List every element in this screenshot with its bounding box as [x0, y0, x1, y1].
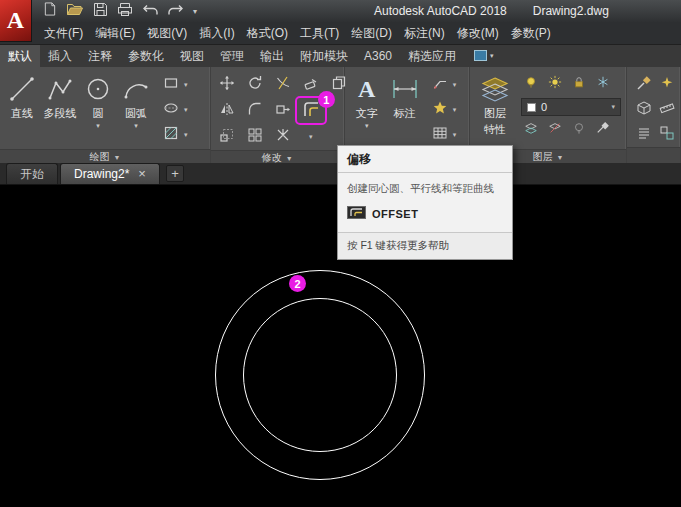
- start-tab[interactable]: 开始: [6, 163, 58, 184]
- lock-icon: [572, 75, 586, 94]
- chevron-down-icon: ▾: [193, 7, 197, 16]
- group-tool-button[interactable]: [657, 125, 677, 145]
- layer-on-button[interactable]: [521, 74, 541, 94]
- modify-panel-content: 1 ▾: [211, 67, 344, 150]
- layers-panel-content: 图层 特性 0 ▾: [470, 67, 626, 149]
- annotation-star-button[interactable]: [430, 100, 450, 120]
- open-file-button[interactable]: [65, 2, 85, 20]
- tab-featured-apps[interactable]: 精选应用: [400, 45, 464, 67]
- chevron-down-icon[interactable]: ▾: [453, 106, 457, 114]
- application-menu-button[interactable]: A: [0, 0, 32, 42]
- tab-output[interactable]: 输出: [252, 45, 292, 67]
- polyline-tool-button[interactable]: 多段线: [41, 69, 79, 147]
- table-tool-button[interactable]: [430, 125, 450, 145]
- undo-button[interactable]: [140, 2, 160, 20]
- step-badge-2: 2: [289, 275, 306, 292]
- annotation-panel-content: A 文字 ▾ 标注 ▾ ▾: [345, 67, 469, 149]
- match-properties-button[interactable]: [634, 75, 654, 95]
- ribbon-display-options-button[interactable]: ▾: [469, 45, 499, 67]
- chevron-down-icon[interactable]: ▾: [453, 81, 457, 89]
- tab-a360[interactable]: A360: [356, 45, 400, 67]
- menu-bar: 文件(F) 编辑(E) 视图(V) 插入(I) 格式(O) 工具(T) 绘图(D…: [0, 22, 681, 45]
- tab-addins[interactable]: 附加模块: [292, 45, 356, 67]
- draw-panel-footer-label: 绘图: [89, 150, 109, 164]
- new-drawing-tab-button[interactable]: +: [166, 165, 184, 182]
- menu-dimension[interactable]: 标注(N): [398, 22, 451, 45]
- layer-isolate-button[interactable]: [521, 120, 541, 140]
- menu-insert[interactable]: 插入(I): [193, 22, 240, 45]
- menu-view[interactable]: 视图(V): [141, 22, 193, 45]
- move-tool-button[interactable]: [214, 73, 240, 96]
- rectangle-tool-button[interactable]: [161, 75, 181, 95]
- save-button[interactable]: [90, 2, 110, 20]
- annotative-scale-button[interactable]: [657, 75, 677, 95]
- tab-view[interactable]: 视图: [172, 45, 212, 67]
- layer-freeze-vp-button[interactable]: [593, 74, 613, 94]
- layer-match-icon: [596, 121, 610, 139]
- leader-tool-button[interactable]: [430, 75, 450, 95]
- tab-manage[interactable]: 管理: [212, 45, 252, 67]
- layer-off-button[interactable]: [569, 120, 589, 140]
- fillet-tool-button[interactable]: [242, 99, 268, 122]
- qat-dropdown-button[interactable]: ▾: [190, 2, 200, 20]
- offset-tool-button[interactable]: 1: [298, 99, 324, 122]
- chevron-down-icon[interactable]: ▾: [453, 131, 457, 139]
- menu-tools[interactable]: 工具(T): [294, 22, 345, 45]
- list-tool-button[interactable]: [634, 125, 654, 145]
- scale-tool-button[interactable]: [214, 125, 240, 148]
- polyline-tool-label: 多段线: [44, 107, 77, 120]
- arc-tool-button[interactable]: 圆弧 ▾: [117, 69, 155, 147]
- plot-button[interactable]: [115, 2, 135, 20]
- draw-extra-tools: ▾ ▾ ▾: [161, 75, 188, 145]
- explode-tool-button[interactable]: [270, 125, 296, 148]
- layer-match-button[interactable]: [593, 120, 613, 140]
- tab-parametric[interactable]: 参数化: [120, 45, 172, 67]
- redo-button[interactable]: [165, 2, 185, 20]
- bulb-off-icon: [572, 121, 586, 140]
- properties-panel: [627, 67, 681, 163]
- layer-lock-button[interactable]: [569, 74, 589, 94]
- inner-circle[interactable]: [243, 298, 397, 452]
- hatch-tool-button[interactable]: [161, 125, 181, 145]
- ellipse-tool-button[interactable]: [161, 100, 181, 120]
- trim-tool-button[interactable]: [270, 73, 296, 96]
- layer-properties-button[interactable]: 图层 特性: [473, 69, 517, 147]
- chevron-down-icon[interactable]: ▾: [184, 81, 188, 89]
- close-tab-icon[interactable]: ×: [138, 169, 146, 179]
- tab-annotate[interactable]: 注释: [80, 45, 120, 67]
- tab-insert[interactable]: 插入: [40, 45, 80, 67]
- properties-panel-footer[interactable]: [627, 147, 680, 163]
- circle-tool-button[interactable]: 圆 ▾: [79, 69, 117, 147]
- block-tool-button[interactable]: [634, 100, 654, 120]
- rotate-tool-button[interactable]: [242, 73, 268, 96]
- menu-parametric[interactable]: 参数(P): [505, 22, 557, 45]
- stretch-tool-button[interactable]: [270, 99, 296, 122]
- new-file-button[interactable]: [40, 2, 60, 20]
- chevron-down-icon[interactable]: ▾: [184, 106, 188, 114]
- draw-panel-footer[interactable]: 绘图 ▼: [0, 149, 210, 164]
- menu-modify[interactable]: 修改(M): [451, 22, 505, 45]
- tab-default[interactable]: 默认: [0, 45, 40, 67]
- chevron-down-icon: ▾: [309, 133, 313, 141]
- panel-box-icon: [474, 47, 487, 65]
- measure-tool-button[interactable]: [657, 100, 677, 120]
- layer-properties-label-1: 图层: [484, 107, 506, 120]
- chevron-down-icon[interactable]: ▾: [184, 131, 188, 139]
- line-tool-button[interactable]: 直线: [3, 69, 41, 147]
- document-title: Drawing2.dwg: [533, 4, 609, 18]
- menu-draw[interactable]: 绘图(D): [345, 22, 398, 45]
- menu-edit[interactable]: 编辑(E): [89, 22, 141, 45]
- menu-file[interactable]: 文件(F): [38, 22, 89, 45]
- arc-tool-label: 圆弧: [125, 107, 147, 120]
- layer-freeze-button[interactable]: [545, 74, 565, 94]
- dimension-tool-button[interactable]: 标注: [386, 69, 424, 147]
- mirror-tool-button[interactable]: [214, 99, 240, 122]
- drawing2-tab[interactable]: Drawing2* ×: [60, 163, 160, 184]
- modify-more-button[interactable]: ▾: [298, 125, 324, 148]
- array-tool-button[interactable]: [242, 125, 268, 148]
- text-icon: A: [358, 74, 375, 104]
- text-tool-button[interactable]: A 文字 ▾: [348, 69, 386, 147]
- menu-format[interactable]: 格式(O): [241, 22, 294, 45]
- layer-select-dropdown[interactable]: 0 ▾: [521, 98, 621, 116]
- layer-unisolate-button[interactable]: [545, 120, 565, 140]
